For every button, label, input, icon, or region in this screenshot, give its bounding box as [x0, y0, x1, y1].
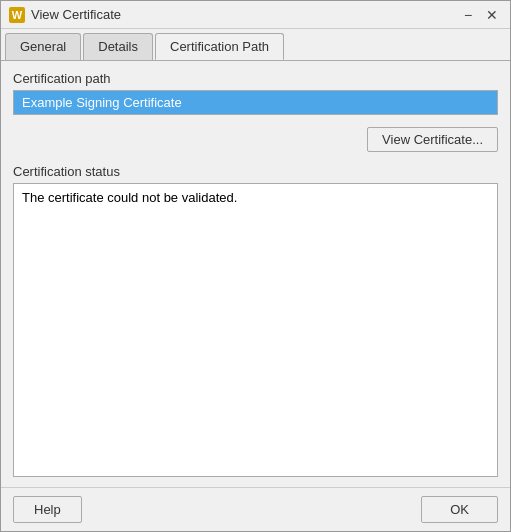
- title-bar: W View Certificate − ✕: [1, 1, 510, 29]
- view-cert-row: View Certificate...: [13, 123, 498, 156]
- cert-status-text: The certificate could not be validated.: [22, 190, 237, 205]
- window-title: View Certificate: [31, 7, 121, 22]
- cert-path-item[interactable]: Example Signing Certificate: [14, 91, 497, 114]
- tab-certification-path[interactable]: Certification Path: [155, 33, 284, 60]
- tabs-bar: General Details Certification Path: [1, 29, 510, 61]
- view-certificate-button[interactable]: View Certificate...: [367, 127, 498, 152]
- help-button[interactable]: Help: [13, 496, 82, 523]
- tab-details[interactable]: Details: [83, 33, 153, 60]
- title-bar-left: W View Certificate: [9, 7, 121, 23]
- cert-path-section: Certification path Example Signing Certi…: [13, 71, 498, 115]
- tab-content: Certification path Example Signing Certi…: [1, 61, 510, 487]
- title-bar-controls: − ✕: [458, 5, 502, 25]
- cert-path-box[interactable]: Example Signing Certificate: [13, 90, 498, 115]
- close-button[interactable]: ✕: [482, 5, 502, 25]
- ok-button[interactable]: OK: [421, 496, 498, 523]
- cert-status-box: The certificate could not be validated.: [13, 183, 498, 477]
- footer: Help OK: [1, 487, 510, 531]
- minimize-button[interactable]: −: [458, 5, 478, 25]
- tab-general[interactable]: General: [5, 33, 81, 60]
- cert-status-label: Certification status: [13, 164, 498, 179]
- cert-status-section: Certification status The certificate cou…: [13, 164, 498, 477]
- cert-path-label: Certification path: [13, 71, 498, 86]
- window-icon: W: [9, 7, 25, 23]
- view-certificate-window: W View Certificate − ✕ General Details C…: [0, 0, 511, 532]
